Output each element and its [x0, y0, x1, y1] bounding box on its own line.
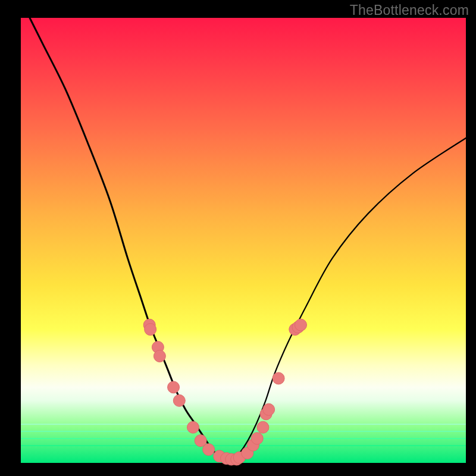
chart-frame: TheBottleneck.com: [0, 0, 476, 476]
series-lines: [30, 18, 466, 463]
data-point: [168, 381, 180, 393]
data-point: [257, 421, 269, 433]
watermark-text: TheBottleneck.com: [350, 2, 469, 18]
data-point: [203, 444, 215, 456]
data-point: [273, 372, 284, 384]
curve-layer: [21, 18, 466, 463]
data-point: [251, 433, 263, 444]
data-point: [295, 319, 306, 331]
plot-area: [21, 18, 466, 463]
data-point: [263, 403, 275, 415]
data-point: [145, 324, 156, 336]
scatter-dots: [143, 319, 306, 465]
data-point: [187, 421, 199, 433]
series-left-curve: [30, 18, 221, 459]
data-point: [154, 350, 165, 362]
data-point: [173, 394, 185, 406]
